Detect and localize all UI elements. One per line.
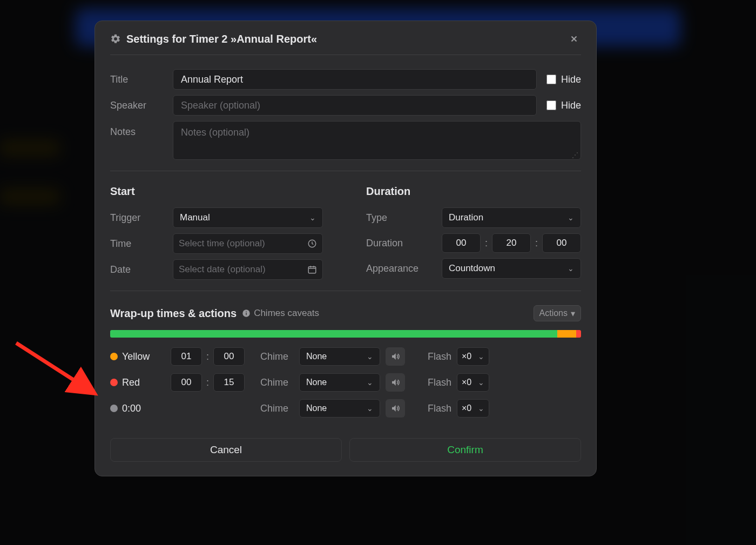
gear-icon <box>110 33 121 44</box>
timer-settings-dialog: Settings for Timer 2 »Annual Report« Tit… <box>94 21 597 476</box>
chime-select[interactable]: None ⌄ <box>299 399 380 418</box>
duration-hours[interactable]: 00 <box>442 233 481 253</box>
chevron-down-icon: ⌄ <box>478 378 484 387</box>
title-input-wrapper[interactable] <box>173 69 537 90</box>
wrapup-timeline <box>110 330 581 338</box>
hide-label: Hide <box>561 74 581 85</box>
time-label: Time <box>110 238 173 250</box>
chime-label: Chime <box>260 377 294 388</box>
calendar-icon <box>307 265 317 274</box>
play-sound-button[interactable] <box>386 347 405 366</box>
close-button[interactable] <box>567 32 581 46</box>
confirm-button[interactable]: Confirm <box>349 438 581 462</box>
title-hide-checkbox[interactable]: Hide <box>544 73 581 86</box>
wrapup-minutes[interactable]: 01 <box>171 347 202 366</box>
flash-select[interactable]: ×0 ⌄ <box>457 347 489 366</box>
wrapup-row: Yellow 01 : 00 Chime None ⌄ Flash ×0 ⌄ <box>110 347 581 366</box>
date-label: Date <box>110 264 173 275</box>
play-sound-button[interactable] <box>386 373 405 392</box>
chime-select[interactable]: None ⌄ <box>299 347 380 366</box>
trigger-select[interactable]: Manual ⌄ <box>173 207 323 228</box>
chevron-down-icon: ⌄ <box>568 264 574 273</box>
chime-select[interactable]: None ⌄ <box>299 373 380 392</box>
appearance-label: Appearance <box>366 263 442 274</box>
chevron-down-icon: ⌄ <box>478 352 484 361</box>
wrapup-row-label: 0:00 <box>122 403 171 414</box>
chevron-down-icon: ⌄ <box>367 352 373 361</box>
duration-minutes[interactable]: 20 <box>492 233 531 253</box>
colon: : <box>485 238 488 249</box>
flash-label: Flash <box>428 403 451 414</box>
colon: : <box>206 377 209 388</box>
colon: : <box>206 351 209 362</box>
chime-label: Chime <box>260 351 294 362</box>
title-hide-box[interactable] <box>546 75 556 84</box>
appearance-value: Countdown <box>449 263 495 274</box>
start-heading: Start <box>110 185 323 198</box>
duration-seconds[interactable]: 00 <box>542 233 581 253</box>
type-label: Type <box>366 212 442 224</box>
duration-heading: Duration <box>366 185 581 198</box>
wrapup-row: 0:00 Chime None ⌄ Flash ×0 ⌄ <box>110 399 581 418</box>
time-picker[interactable]: Select time (optional) <box>173 233 323 254</box>
wrapup-seconds[interactable]: 15 <box>213 373 245 392</box>
chevron-down-icon: ⌄ <box>309 213 316 222</box>
timeline-red <box>576 330 581 338</box>
svg-rect-4 <box>246 311 246 312</box>
wrapup-row-label: Red <box>122 377 171 388</box>
trigger-value: Manual <box>180 212 210 223</box>
notes-input-wrapper[interactable]: ⋰ <box>173 121 581 160</box>
caret-down-icon: ▾ <box>571 308 575 319</box>
notes-label: Notes <box>110 121 173 138</box>
chevron-down-icon: ⌄ <box>367 378 373 387</box>
chime-label: Chime <box>260 403 294 414</box>
appearance-select[interactable]: Countdown ⌄ <box>442 258 581 279</box>
wrapup-minutes[interactable]: 00 <box>171 373 202 392</box>
flash-select[interactable]: ×0 ⌄ <box>457 399 489 418</box>
clock-icon <box>307 239 317 248</box>
date-picker[interactable]: Select date (optional) <box>173 259 323 280</box>
info-icon <box>242 309 251 318</box>
chimes-caveats-link[interactable]: Chimes caveats <box>242 308 319 319</box>
color-dot <box>110 353 118 360</box>
speaker-input-wrapper[interactable] <box>173 95 537 116</box>
speaker-label: Speaker <box>110 100 173 111</box>
color-dot <box>110 405 118 412</box>
type-select[interactable]: Duration ⌄ <box>442 207 581 228</box>
notes-input[interactable] <box>180 126 574 159</box>
wrapup-row: Red 00 : 15 Chime None ⌄ Flash ×0 ⌄ <box>110 373 581 392</box>
actions-dropdown[interactable]: Actions ▾ <box>534 305 581 321</box>
cancel-button[interactable]: Cancel <box>110 438 342 462</box>
svg-rect-1 <box>308 267 316 273</box>
speaker-input[interactable] <box>180 99 530 112</box>
speaker-hide-checkbox[interactable]: Hide <box>544 99 581 112</box>
svg-rect-3 <box>246 313 246 315</box>
timeline-green <box>110 330 557 338</box>
flash-select[interactable]: ×0 ⌄ <box>457 373 489 392</box>
duration-label: Duration <box>366 238 442 249</box>
dialog-title: Settings for Timer 2 »Annual Report« <box>126 33 317 45</box>
colon: : <box>535 238 538 249</box>
chevron-down-icon: ⌄ <box>568 213 574 222</box>
type-value: Duration <box>449 212 483 223</box>
hide-label-2: Hide <box>561 100 581 111</box>
wrapup-heading: Wrap-up times & actions <box>110 307 237 320</box>
time-placeholder: Select time (optional) <box>179 238 265 249</box>
trigger-label: Trigger <box>110 212 173 224</box>
title-input[interactable] <box>180 73 530 86</box>
wrapup-seconds[interactable]: 00 <box>213 347 245 366</box>
color-dot <box>110 379 118 386</box>
chevron-down-icon: ⌄ <box>478 404 484 413</box>
title-label: Title <box>110 74 173 85</box>
timeline-orange <box>557 330 576 338</box>
date-placeholder: Select date (optional) <box>179 264 266 275</box>
speaker-hide-box[interactable] <box>546 100 556 110</box>
chevron-down-icon: ⌄ <box>367 404 373 413</box>
flash-label: Flash <box>428 377 451 388</box>
wrapup-row-label: Yellow <box>122 351 171 362</box>
play-sound-button[interactable] <box>386 399 405 418</box>
flash-label: Flash <box>428 351 451 362</box>
